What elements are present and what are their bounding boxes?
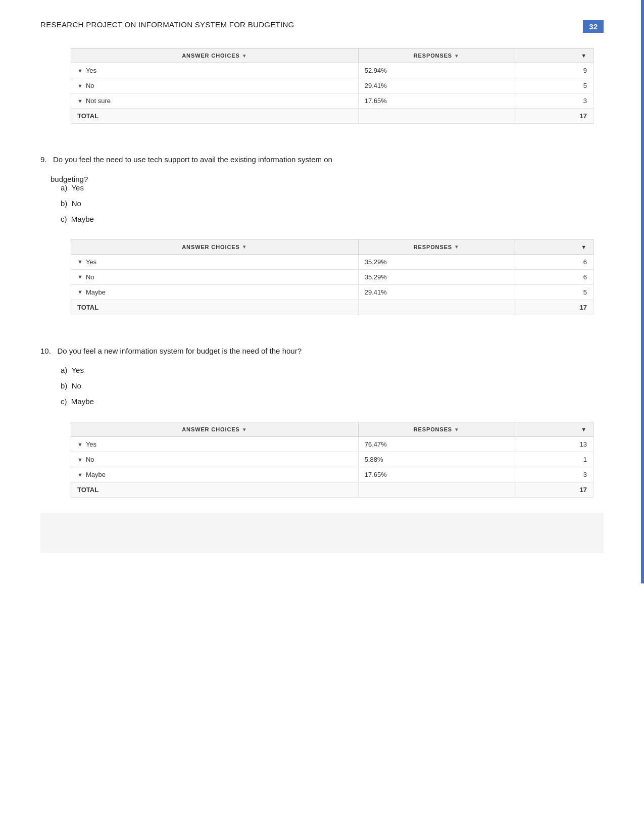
- answer-text: No: [86, 273, 94, 281]
- row-arrow-icon: ▼: [77, 83, 83, 89]
- table-row: ▼ Maybe 17.65% 3: [71, 467, 593, 482]
- option-label: c): [61, 397, 67, 406]
- table1: ANSWER CHOICES ▼ RESPONSES ▼ ▼: [71, 48, 593, 124]
- list-item: a) Yes: [61, 183, 604, 192]
- row-arrow-icon: ▼: [77, 441, 83, 448]
- table2: ANSWER CHOICES ▼ RESPONSES ▼ ▼: [71, 239, 593, 315]
- option-label: c): [61, 215, 67, 223]
- table-row: ▼ No 5.88% 1: [71, 452, 593, 467]
- total-row: TOTAL 17: [71, 300, 593, 315]
- option-text: No: [72, 199, 81, 208]
- response-cell: 52.94%: [358, 63, 515, 78]
- t3-col2-sort-icon[interactable]: ▼: [454, 427, 460, 432]
- response-cell: 5.88%: [358, 452, 515, 467]
- response-cell: 35.29%: [358, 269, 515, 284]
- total-label: TOTAL: [71, 300, 359, 315]
- table3: ANSWER CHOICES ▼ RESPONSES ▼ ▼: [71, 422, 593, 498]
- table-row: ▼ Yes 76.47% 13: [71, 437, 593, 452]
- count-cell: 9: [515, 63, 593, 78]
- table1-col1-header[interactable]: ANSWER CHOICES ▼: [71, 48, 359, 63]
- footer-bg: [40, 513, 604, 553]
- answer-cell: ▼ Yes: [71, 254, 359, 269]
- answer-cell: ▼ No: [71, 78, 359, 93]
- total-label: TOTAL: [71, 109, 359, 124]
- question9-text: 9. Do you feel the need to use tech supp…: [40, 154, 604, 166]
- t2-col2-sort-icon[interactable]: ▼: [454, 244, 460, 250]
- response-cell: 17.65%: [358, 93, 515, 109]
- option-text: No: [72, 381, 81, 390]
- col2-sort-icon[interactable]: ▼: [454, 53, 460, 59]
- question9-text2: budgeting?: [51, 175, 604, 183]
- row-arrow-icon: ▼: [77, 472, 83, 478]
- answer-text: Yes: [86, 67, 96, 74]
- answer-text: No: [86, 456, 94, 463]
- table3-col3-header[interactable]: ▼: [515, 422, 593, 437]
- table2-wrapper: ANSWER CHOICES ▼ RESPONSES ▼ ▼: [71, 239, 593, 315]
- row-arrow-icon: ▼: [77, 289, 83, 295]
- answer-text: Maybe: [86, 288, 106, 296]
- total-count: 17: [515, 482, 593, 498]
- count-cell: 3: [515, 93, 593, 109]
- table3-col1-header[interactable]: ANSWER CHOICES ▼: [71, 422, 359, 437]
- table1-col2-header[interactable]: RESPONSES ▼: [358, 48, 515, 63]
- option-label: b): [61, 381, 67, 390]
- question9-options: a) Yesb) Noc) Maybe: [61, 183, 604, 223]
- table2-col1-header[interactable]: ANSWER CHOICES ▼: [71, 239, 359, 254]
- response-cell: 29.41%: [358, 284, 515, 300]
- table-row: ▼ No 35.29% 6: [71, 269, 593, 284]
- count-cell: 6: [515, 254, 593, 269]
- option-text: Yes: [71, 366, 83, 374]
- response-cell: 76.47%: [358, 437, 515, 452]
- question10-options: a) Yesb) Noc) Maybe: [61, 366, 604, 406]
- row-arrow-icon: ▼: [77, 68, 83, 74]
- count-cell: 1: [515, 452, 593, 467]
- option-label: a): [61, 183, 67, 192]
- table1-col3-header[interactable]: ▼: [515, 48, 593, 63]
- answer-cell: ▼ Maybe: [71, 467, 359, 482]
- question10-block: 10. Do you feel a new information system…: [40, 346, 604, 406]
- option-text: Maybe: [71, 397, 94, 406]
- table-row: ▼ Maybe 29.41% 5: [71, 284, 593, 300]
- table-row: ▼ No 29.41% 5: [71, 78, 593, 93]
- answer-cell: ▼ No: [71, 452, 359, 467]
- option-label: b): [61, 199, 67, 208]
- total-empty: [358, 482, 515, 498]
- option-text: Yes: [71, 183, 83, 192]
- answer-text: Maybe: [86, 471, 106, 478]
- option-label: a): [61, 366, 67, 374]
- row-arrow-icon: ▼: [77, 259, 83, 265]
- answer-text: No: [86, 82, 94, 89]
- page-number: 32: [583, 20, 604, 33]
- col1-sort-icon[interactable]: ▼: [242, 53, 247, 59]
- count-cell: 6: [515, 269, 593, 284]
- answer-cell: ▼ Maybe: [71, 284, 359, 300]
- answer-text: Yes: [86, 258, 96, 266]
- response-cell: 29.41%: [358, 78, 515, 93]
- list-item: a) Yes: [61, 366, 604, 374]
- answer-cell: ▼ Not sure: [71, 93, 359, 109]
- response-cell: 17.65%: [358, 467, 515, 482]
- list-item: b) No: [61, 199, 604, 208]
- table-row: ▼ Yes 35.29% 6: [71, 254, 593, 269]
- question9-block: 9. Do you feel the need to use tech supp…: [40, 154, 604, 223]
- table3-col2-header[interactable]: RESPONSES ▼: [358, 422, 515, 437]
- t3-col1-sort-icon[interactable]: ▼: [242, 427, 247, 432]
- answer-cell: ▼ Yes: [71, 437, 359, 452]
- total-empty: [358, 300, 515, 315]
- total-count: 17: [515, 109, 593, 124]
- answer-cell: ▼ No: [71, 269, 359, 284]
- count-cell: 5: [515, 78, 593, 93]
- count-cell: 13: [515, 437, 593, 452]
- answer-text: Yes: [86, 440, 96, 448]
- table2-col2-header[interactable]: RESPONSES ▼: [358, 239, 515, 254]
- table2-col3-header[interactable]: ▼: [515, 239, 593, 254]
- list-item: c) Maybe: [61, 397, 604, 406]
- total-label: TOTAL: [71, 482, 359, 498]
- list-item: b) No: [61, 381, 604, 390]
- answer-text: Not sure: [86, 97, 111, 105]
- list-item: c) Maybe: [61, 215, 604, 223]
- total-count: 17: [515, 300, 593, 315]
- page-header: RESEARCH PROJECT ON INFORMATION SYSTEM F…: [40, 20, 604, 33]
- t2-col1-sort-icon[interactable]: ▼: [242, 244, 247, 250]
- total-row: TOTAL 17: [71, 482, 593, 498]
